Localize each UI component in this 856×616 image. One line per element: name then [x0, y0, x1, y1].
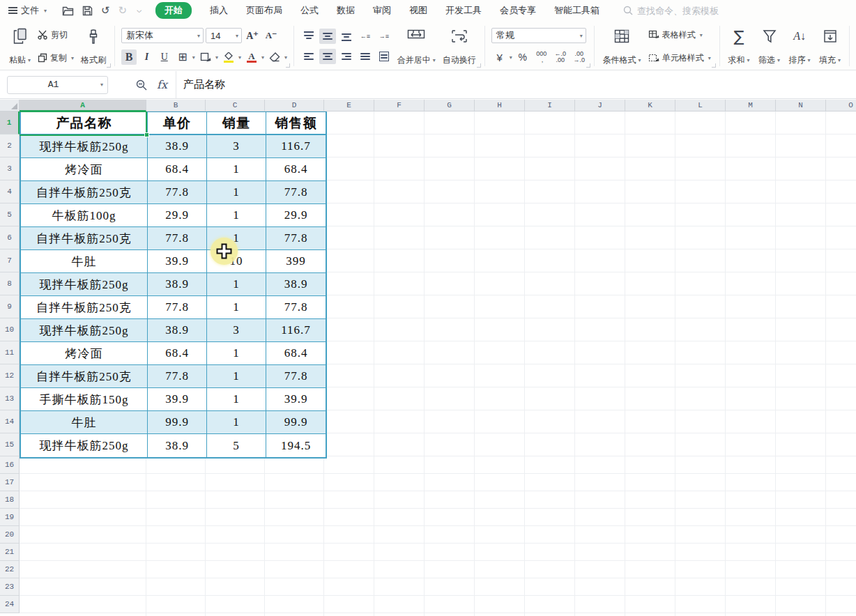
column-header-N[interactable]: N	[776, 100, 826, 111]
menu-tab-7[interactable]: 视图	[409, 4, 427, 17]
row-header-12[interactable]: 12	[0, 364, 20, 387]
align-left-button[interactable]	[300, 49, 317, 64]
column-header-E[interactable]: E	[324, 100, 374, 111]
font-color-button[interactable]: A	[243, 49, 260, 65]
cell[interactable]: 牛板筋100g	[21, 204, 148, 227]
cell[interactable]: 3	[207, 135, 266, 158]
cell[interactable]: 77.8	[148, 181, 207, 204]
cell[interactable]: 38.9	[148, 273, 207, 296]
wrap-text-button[interactable]: 自动换行	[439, 24, 480, 68]
fx-icon[interactable]: fx	[157, 78, 167, 91]
cell[interactable]: 1	[207, 411, 266, 434]
menu-tab-9[interactable]: 会员专享	[500, 4, 536, 17]
cell[interactable]: 77.8	[266, 296, 326, 319]
eraser-button[interactable]	[266, 49, 283, 65]
cell[interactable]: 39.9	[148, 250, 207, 273]
save-button[interactable]	[82, 6, 93, 16]
row-header-9[interactable]: 9	[0, 295, 20, 318]
paste-button[interactable]: 粘贴▾	[6, 24, 34, 68]
cell[interactable]: 1	[207, 273, 266, 296]
align-center-button[interactable]	[319, 49, 336, 64]
cells-area[interactable]: 产品名称单价销量销售额现拌牛板筋250g38.93116.7烤冷面68.4168…	[20, 111, 856, 616]
cell[interactable]: 1	[207, 296, 266, 319]
row-header-19[interactable]: 19	[0, 509, 20, 526]
column-header-F[interactable]: F	[374, 100, 425, 111]
grow-font-button[interactable]: A⁺	[244, 28, 261, 43]
column-header-J[interactable]: J	[575, 100, 625, 111]
justify-button[interactable]	[357, 49, 374, 64]
shrink-font-button[interactable]: A⁻	[263, 28, 280, 43]
draw-border-button[interactable]	[197, 49, 214, 65]
cell[interactable]: 烤冷面	[21, 158, 148, 181]
cell[interactable]: 牛肚	[21, 250, 148, 273]
row-header-11[interactable]: 11	[0, 341, 20, 364]
fill-button[interactable]: 填充▾	[816, 24, 844, 68]
row-header-6[interactable]: 6	[0, 226, 20, 249]
menu-tab-6[interactable]: 审阅	[373, 4, 391, 17]
cell[interactable]: 销售额	[266, 112, 326, 135]
menu-tab-10[interactable]: 智能工具箱	[554, 4, 599, 17]
row-header-23[interactable]: 23	[0, 578, 20, 596]
cell[interactable]: 399	[266, 250, 326, 273]
cell[interactable]: 39.9	[266, 388, 326, 411]
row-header-8[interactable]: 8	[0, 272, 20, 295]
filter-button[interactable]: 筛选▾	[755, 24, 784, 68]
row-header-20[interactable]: 20	[0, 526, 20, 544]
open-file-button[interactable]	[62, 6, 74, 16]
menu-tab-2[interactable]: 插入	[210, 4, 228, 17]
increase-decimal-button[interactable]: ←.0 .00	[552, 49, 569, 65]
conditional-format-button[interactable]: 条件格式▾	[599, 24, 645, 68]
cell[interactable]: 单价	[148, 112, 207, 135]
cell[interactable]: 自拌牛板筋250克	[21, 296, 148, 319]
row-header-16[interactable]: 16	[0, 456, 20, 474]
copy-button[interactable]: 复制▾	[36, 50, 76, 66]
cell[interactable]: 自拌牛板筋250克	[21, 227, 148, 250]
zoom-search-icon[interactable]	[136, 79, 147, 91]
column-header-M[interactable]: M	[726, 100, 776, 111]
row-header-3[interactable]: 3	[0, 157, 20, 180]
align-top-button[interactable]	[300, 29, 317, 44]
formula-input[interactable]: 产品名称	[176, 71, 856, 98]
cell[interactable]: 1	[207, 388, 266, 411]
cell-style-button[interactable]: 单元格样式▾	[646, 50, 713, 66]
column-header-I[interactable]: I	[525, 100, 575, 111]
cell[interactable]: 5	[207, 434, 266, 457]
font-name-select[interactable]: 新宋体▾	[121, 28, 204, 43]
italic-button[interactable]: I	[139, 49, 154, 65]
cell[interactable]: 1	[207, 365, 266, 388]
cell[interactable]: 116.7	[266, 319, 326, 342]
file-menu-button[interactable]: 文件 ▾	[0, 4, 54, 17]
cut-button[interactable]: 剪切	[36, 27, 76, 43]
decrease-decimal-button[interactable]: .00 →.0	[571, 49, 588, 65]
cell[interactable]: 68.4	[148, 342, 207, 365]
underline-button[interactable]: U	[157, 49, 172, 65]
cell[interactable]: 1	[207, 342, 266, 365]
bold-button[interactable]: B	[121, 49, 137, 65]
cell[interactable]: 38.9	[148, 135, 207, 158]
fill-color-button[interactable]	[220, 49, 237, 65]
cell[interactable]: 99.9	[266, 411, 326, 434]
cell[interactable]: 77.8	[148, 296, 207, 319]
cell[interactable]: 1	[207, 181, 266, 204]
row-header-4[interactable]: 4	[0, 180, 20, 203]
cell[interactable]: 10	[207, 250, 266, 273]
cell[interactable]: 3	[207, 319, 266, 342]
font-size-select[interactable]: 14▾	[206, 28, 242, 43]
row-header-7[interactable]: 7	[0, 249, 20, 272]
column-header-K[interactable]: K	[625, 100, 675, 111]
cell[interactable]: 销量	[207, 112, 266, 135]
cell[interactable]: 77.8	[148, 227, 207, 250]
name-box[interactable]: A1 ▾	[7, 76, 108, 94]
menu-tab-1[interactable]: 开始	[155, 2, 192, 19]
command-search[interactable]	[623, 6, 756, 16]
column-header-A[interactable]: A	[20, 100, 146, 111]
percent-button[interactable]: %	[514, 49, 531, 65]
column-header-G[interactable]: G	[425, 100, 475, 111]
cell[interactable]: 99.9	[148, 411, 207, 434]
cell[interactable]: 产品名称	[21, 112, 148, 135]
cell[interactable]: 29.9	[148, 204, 207, 227]
row-header-22[interactable]: 22	[0, 561, 20, 578]
sum-button[interactable]: ∑ 求和▾	[725, 24, 754, 68]
more-commands-icon[interactable]: ⌵	[137, 7, 142, 15]
cell[interactable]: 现拌牛板筋250g	[21, 273, 148, 296]
